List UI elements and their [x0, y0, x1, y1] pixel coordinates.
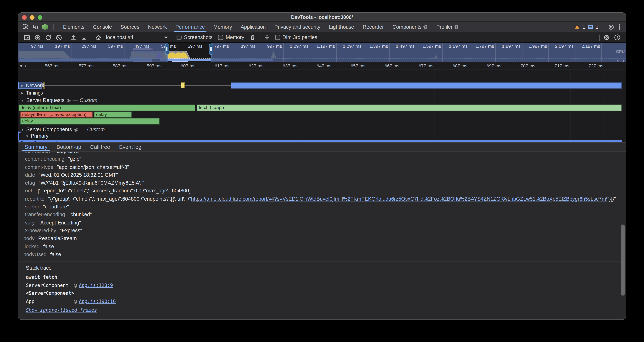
issues-icon[interactable] [588, 25, 593, 29]
details-tab[interactable]: Event log [114, 143, 146, 151]
frame-at: @ [74, 298, 77, 304]
stack-frame: ServerComponent@App.js:128:9 [26, 281, 626, 289]
overview-time-label: 1,397 ms [359, 44, 388, 49]
report-url-link[interactable]: https://a.nel.cloudflare.com/report/v4?s… [191, 196, 608, 202]
network-track-header[interactable]: ▶ Network [21, 83, 44, 88]
record-icon[interactable] [34, 34, 40, 41]
details-tab[interactable]: Call tree [86, 143, 115, 151]
property-key: x-powered-by [25, 228, 56, 233]
primary-group-header[interactable]: ▼ Primary [26, 133, 48, 139]
details-tab[interactable]: Summary [20, 143, 52, 151]
timeline-overview[interactable]: 97 ms 197 ms 297 ms 397 ms 497 ms [18, 43, 626, 62]
frame-source-link[interactable]: App.js:190:16 [79, 298, 116, 304]
garbage-collect-icon[interactable] [249, 34, 256, 41]
panel-settings-gear-icon[interactable] [603, 34, 610, 41]
overview-time-label: 497 ms [120, 44, 149, 49]
issues-count[interactable]: 1 [596, 25, 598, 29]
selection-handle-right[interactable] [209, 44, 213, 55]
property-row: date"Wed, 01 Oct 2025 18:32:01 GMT" [18, 171, 626, 179]
panel-tab[interactable]: Network [144, 22, 171, 32]
stack-trace-title: Stack trace [18, 261, 626, 273]
property-key: transfer-encoding [25, 212, 65, 218]
inspect-element-icon[interactable] [22, 24, 29, 30]
overview-time-label: 397 ms [94, 44, 123, 49]
timeline-tracks[interactable]: ▶ Network ▶ Timings ▼ Server Requests — … [18, 70, 626, 142]
clear-icon[interactable] [56, 34, 62, 41]
property-value-suffix: "}]}" [608, 196, 616, 202]
ruler-time-label: 617 ms [200, 63, 230, 68]
react-atom-icon [66, 98, 71, 103]
pane-scrollbar[interactable] [621, 224, 625, 295]
panel-tab[interactable]: Profiler [432, 22, 463, 32]
frame-source-link[interactable]: App.js:128:9 [79, 282, 113, 288]
panel-tab[interactable]: Recorder [358, 22, 388, 32]
upload-profile-icon[interactable] [70, 34, 76, 41]
details-tabbar: Summary Bottom-up Call tree Event log [18, 142, 626, 152]
property-key: locked [25, 244, 40, 249]
node-hexagon-icon[interactable] [42, 24, 48, 30]
stack-frame-label: <ServerComponent> [26, 289, 626, 297]
warning-icon[interactable] [574, 25, 580, 29]
toggle-sidebar-icon[interactable] [24, 34, 30, 41]
property-value: false [50, 252, 61, 257]
panel-tab[interactable]: Memory [209, 22, 236, 32]
timings-track-header[interactable]: ▶ Timings [21, 90, 43, 96]
show-ignore-listed-link[interactable]: Show ignore-listed frames [26, 307, 97, 313]
timeline-event-bar[interactable]: delay (deferred text) [18, 104, 195, 111]
reload-record-icon[interactable] [45, 34, 51, 41]
header-rows-top: connection"keep-alive" content-encoding"… [18, 152, 626, 195]
overview-time-label: 1,597 ms [412, 44, 441, 49]
overview-time-label: 1,697 ms [439, 44, 468, 49]
screenshots-checkbox[interactable] [176, 35, 182, 40]
ruler-time-label: 607 ms [166, 63, 196, 68]
property-value: "Accept-Encoding" [38, 220, 81, 226]
network-waiting-block[interactable] [181, 82, 185, 88]
panel-tab[interactable]: Application [236, 22, 270, 32]
property-key: connection [25, 152, 50, 154]
overview-time-label: 1,197 ms [306, 44, 335, 49]
profile-select[interactable]: localhost #4 [106, 35, 168, 40]
divider [66, 34, 66, 41]
performance-toolbar: localhost #4 Screenshots Memory Dim 3r [18, 33, 626, 43]
device-toolbar-icon[interactable] [32, 24, 38, 30]
timeline-ruler[interactable]: ms 567 ms577 ms587 ms597 ms607 ms617 ms6… [18, 62, 626, 70]
home-icon[interactable] [95, 34, 102, 41]
help-icon[interactable]: ? [614, 34, 620, 41]
expanded-triangle-icon: ▼ [26, 134, 29, 138]
more-options-icon[interactable] [619, 26, 620, 28]
dim-3rd-parties-checkbox[interactable] [275, 35, 280, 40]
property-key: date [25, 172, 35, 178]
panel-tab[interactable]: Sources [116, 22, 144, 32]
panel-tab[interactable]: Elements [59, 22, 89, 32]
warning-count[interactable]: 1 [582, 25, 585, 29]
panel-tab[interactable]: Console [89, 22, 116, 32]
timeline-event-bar[interactable]: fetch (.../api) [197, 104, 622, 111]
overview-time-label: 1,997 ms [518, 44, 547, 49]
overview-time-label: 2,197 ms [571, 44, 600, 49]
timeline-event-bar[interactable]: delay [94, 111, 132, 118]
settings-gear-icon[interactable] [608, 24, 614, 30]
selection-handle-left[interactable] [165, 44, 169, 55]
react-atom-icon [74, 127, 78, 132]
ruler-time-label: 727 ms [574, 63, 604, 68]
panel-tab[interactable]: Privacy and security [270, 22, 324, 32]
frame-function: ServerComponent [26, 281, 74, 289]
timeline-event-bar[interactable]: delay [20, 118, 160, 124]
panel-tab[interactable]: Lighthouse [325, 22, 358, 32]
panel-tab[interactable]: Performance [171, 22, 209, 32]
panel-tab[interactable]: Components [388, 22, 432, 32]
server-components-header[interactable]: ▼ Server Components — Custom [21, 127, 105, 132]
property-row: bodyReadableStream [18, 235, 626, 243]
timeline-event-bar[interactable]: delayedError (...ayed exception) [20, 111, 93, 118]
overview-time-label: 1,097 ms [280, 44, 308, 49]
frame-function: App [26, 297, 74, 305]
download-profile-icon[interactable] [80, 34, 87, 41]
timeline-event-bar[interactable]: ServerComponent [18, 140, 622, 142]
collapse-sections-icon[interactable] [264, 34, 270, 41]
desktop: DevTools - localhost:3000/ Elements [0, 0, 644, 342]
memory-checkbox[interactable] [218, 35, 223, 40]
network-request-bar[interactable] [231, 82, 622, 89]
details-tab[interactable]: Bottom-up [52, 143, 86, 151]
property-key: server [25, 204, 39, 210]
server-requests-header[interactable]: ▼ Server Requests — Custom [21, 97, 97, 103]
